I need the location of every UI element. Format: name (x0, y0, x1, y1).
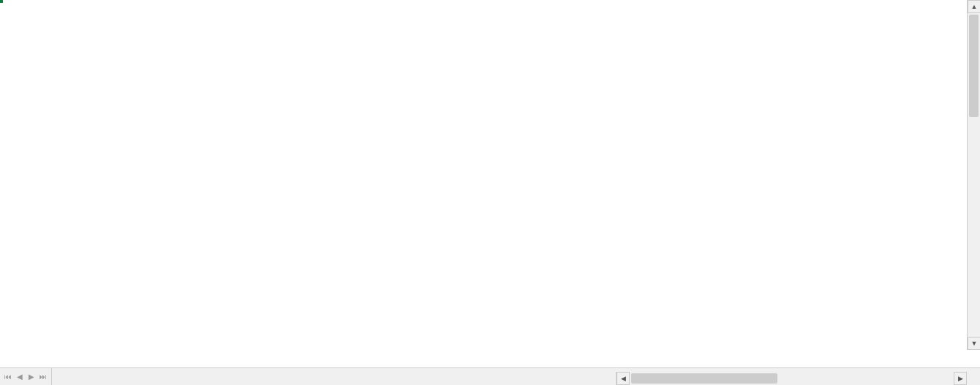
tab-first-icon[interactable]: ⏮ (3, 372, 13, 382)
scroll-left-button[interactable]: ◀ (617, 372, 630, 385)
tab-last-icon[interactable]: ⏭ (38, 372, 48, 382)
v-scroll-thumb[interactable] (969, 15, 979, 117)
tab-prev-icon[interactable]: ◀ (15, 372, 25, 382)
scroll-right-button[interactable]: ▶ (954, 372, 967, 385)
sheet-tabs-bar: ⏮ ◀ ▶ ⏭ ◀ ▶ (0, 367, 980, 385)
scroll-up-button[interactable]: ▲ (968, 0, 980, 13)
cell-selection-box (0, 0, 3, 3)
spreadsheet-area: ▲ ▼ (0, 0, 980, 367)
tab-navigation: ⏮ ◀ ▶ ⏭ (0, 368, 52, 385)
add-sheet-button[interactable] (52, 368, 67, 385)
horizontal-scrollbar[interactable]: ◀ ▶ (616, 372, 967, 385)
vertical-scrollbar[interactable]: ▲ ▼ (967, 0, 980, 350)
h-scroll-track[interactable] (630, 372, 954, 385)
h-scroll-thumb[interactable] (631, 373, 777, 384)
tab-next-icon[interactable]: ▶ (26, 372, 37, 382)
v-scroll-track[interactable] (968, 13, 980, 337)
scroll-down-button[interactable]: ▼ (968, 337, 980, 350)
